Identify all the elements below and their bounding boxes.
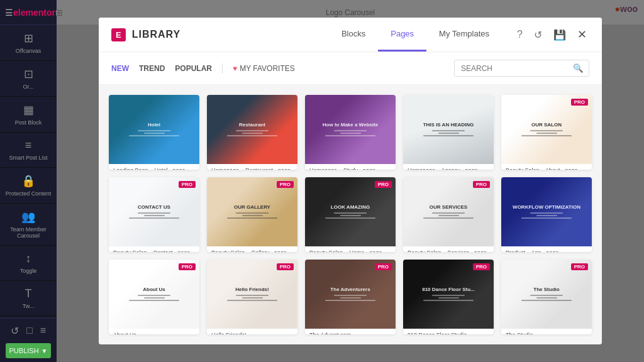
modal-header-actions: ? ↺ 💾 ✕ — [514, 25, 589, 44]
team-icon: 👥 — [21, 210, 35, 224]
menu-footer-icon[interactable]: ≡ — [40, 325, 46, 337]
pro-badge: PRO — [179, 263, 196, 270]
template-card[interactable]: HotelLanding Page – Hotel - page — [109, 95, 199, 170]
template-card[interactable]: OUR GALLERYBeauty Salon – Gallery - page… — [207, 177, 297, 252]
template-label: Beauty Salon – About - page — [501, 164, 592, 170]
tab-blocks[interactable]: Blocks — [329, 18, 378, 52]
sidebar-item-protected[interactable]: 🔒 Protected Content — [0, 168, 57, 204]
pro-badge: PRO — [375, 181, 392, 188]
template-label: The Adventurers — [305, 329, 396, 334]
template-thumb-title: How to Make a Website — [323, 122, 378, 128]
or-label: Or... — [23, 84, 33, 90]
offcanvas-label: Offcanvas — [16, 48, 41, 54]
sidebar-item-smart-post[interactable]: ≡ Smart Post List — [0, 133, 57, 168]
search-input[interactable] — [455, 61, 568, 76]
template-card[interactable]: 810 Dance Floor Stu...810 Dance Floor St… — [403, 260, 494, 334]
pro-badge: PRO — [571, 263, 588, 270]
template-thumb-title: LOOK AMAZING — [331, 204, 370, 210]
offcanvas-icon: ⊞ — [24, 31, 33, 45]
template-thumb-title: About Us — [143, 287, 165, 292]
template-card[interactable]: THIS IS AN HEADINGHomepage – Agency - pa… — [403, 95, 494, 170]
undo-icon[interactable]: ↺ — [11, 325, 19, 337]
or-icon: ⊡ — [24, 67, 33, 81]
sidebar-item-post-block[interactable]: ▦ Post Block — [0, 97, 57, 133]
favorites-button[interactable]: ♥ MY FAVORITES — [233, 64, 295, 73]
template-thumb-title: WORKFLOW OPTIMIZATION — [513, 204, 580, 210]
smart-post-label: Smart Post List — [9, 155, 47, 161]
filter-popular[interactable]: POPULAR — [175, 64, 212, 73]
sidebar-item-tw[interactable]: T Tw... — [0, 281, 57, 316]
sidebar-header: ☰ elementor ⊞ — [0, 0, 57, 25]
template-card[interactable]: Hello Friends!Hello Friends!PRO — [207, 260, 297, 334]
modal-title: LIBRARY — [132, 29, 181, 40]
sidebar-item-woo[interactable]: ☰ Woo Product Collections — [0, 316, 57, 318]
templates-grid: HotelLanding Page – Hotel - pageRestaura… — [99, 85, 602, 344]
template-card[interactable]: RestaurantHomepage – Restaurant - page — [207, 95, 297, 170]
publish-button[interactable]: PUBLISH ▼ — [6, 343, 51, 358]
template-label: 810 Dance Floor Studio — [403, 329, 494, 334]
save-button[interactable]: 💾 — [551, 26, 569, 43]
template-card[interactable]: WORKFLOW OPTIMIZATIONProduct – App - pag… — [501, 177, 592, 252]
modal-overlay: E LIBRARY Blocks Pages My Templates ? ↺ — [57, 0, 644, 362]
template-card[interactable]: How to Make a WebsiteHomepage – Study - … — [305, 95, 396, 170]
template-thumb-title: Hello Friends! — [235, 287, 269, 292]
toggle-label: Toggle — [20, 268, 37, 274]
modal-tabs: Blocks Pages My Templates — [329, 18, 502, 52]
tab-my-templates[interactable]: My Templates — [426, 18, 502, 52]
favorites-label: MY FAVORITES — [240, 64, 295, 73]
refresh-button[interactable]: ↺ — [531, 26, 545, 43]
modal-logo: E — [111, 28, 126, 41]
filter-trend[interactable]: TREND — [139, 64, 165, 73]
toggle-icon: ↕ — [26, 252, 31, 265]
filter-new[interactable]: NEW — [111, 64, 129, 73]
desktop-icon[interactable]: □ — [26, 325, 33, 337]
publish-label: PUBLISH — [9, 347, 39, 354]
post-block-label: Post Block — [15, 119, 42, 126]
modal-header: E LIBRARY Blocks Pages My Templates ? ↺ — [99, 18, 602, 52]
close-button[interactable]: ✕ — [575, 25, 589, 44]
main-area: Logo Carousel ●woo E LIBRARY Blocks Page… — [57, 0, 644, 362]
template-card[interactable]: OUR SERVICESBeauty Salon – Services - pa… — [403, 177, 494, 252]
template-thumb-title: Restaurant — [239, 122, 265, 128]
template-card[interactable]: About UsAbout UsPRO — [109, 260, 199, 334]
sidebar-item-team-member[interactable]: 👥 Team Member Carousel — [0, 204, 57, 246]
protected-icon: 🔒 — [21, 174, 35, 188]
template-thumb-title: CONTACT US — [138, 204, 170, 210]
team-label: Team Member Carousel — [3, 226, 54, 239]
template-label: The Studio — [501, 329, 592, 334]
post-block-icon: ▦ — [23, 103, 34, 117]
sidebar: ☰ elementor ⊞ ⊞ Offcanvas ⊡ Or... ▦ Post… — [0, 0, 57, 362]
filter-divider — [222, 63, 223, 74]
template-thumb-title: OUR GALLERY — [234, 204, 270, 210]
heart-icon: ♥ — [233, 64, 237, 73]
template-label: Beauty Salon – Services - page — [403, 246, 494, 252]
template-thumb-title: The Studio — [533, 287, 559, 292]
hamburger-icon[interactable]: ☰ — [5, 8, 13, 18]
pro-badge: PRO — [179, 181, 196, 188]
template-card[interactable]: OUR SALONBeauty Salon – About - pagePRO — [501, 95, 592, 170]
template-label: About Us — [109, 329, 199, 334]
tab-pages[interactable]: Pages — [378, 18, 426, 52]
search-button[interactable]: 🔍 — [568, 60, 589, 76]
sidebar-item-or[interactable]: ⊡ Or... — [0, 61, 57, 97]
template-label: Homepage – Agency - page — [403, 164, 494, 170]
pro-badge: PRO — [571, 99, 588, 106]
sidebar-item-toggle[interactable]: ↕ Toggle — [0, 246, 57, 281]
elementor-logo: elementor — [13, 8, 55, 18]
template-thumb-title: The Adventurers — [330, 287, 370, 292]
template-card[interactable]: The AdventurersThe AdventurersPRO — [305, 260, 396, 334]
tw-label: Tw... — [23, 303, 35, 309]
pro-badge: PRO — [277, 263, 294, 270]
help-button[interactable]: ? — [514, 26, 525, 43]
template-label: Homepage – Restaurant - page — [207, 164, 297, 170]
template-card[interactable]: LOOK AMAZINGBeauty Salon – Home - pagePR… — [305, 177, 396, 252]
pro-badge: PRO — [277, 181, 294, 188]
template-label: Product – App - page — [501, 246, 592, 252]
library-modal: E LIBRARY Blocks Pages My Templates ? ↺ — [99, 18, 602, 344]
template-label: Hello Friends! — [207, 329, 297, 334]
sidebar-items: ⊞ Offcanvas ⊡ Or... ▦ Post Block ≡ Smart… — [0, 25, 57, 318]
template-card[interactable]: CONTACT USBeauty Salon – Contact - pageP… — [109, 177, 199, 252]
protected-label: Protected Content — [6, 190, 52, 197]
sidebar-item-offcanvas[interactable]: ⊞ Offcanvas — [0, 25, 57, 61]
template-card[interactable]: The StudioThe StudioPRO — [501, 260, 592, 334]
